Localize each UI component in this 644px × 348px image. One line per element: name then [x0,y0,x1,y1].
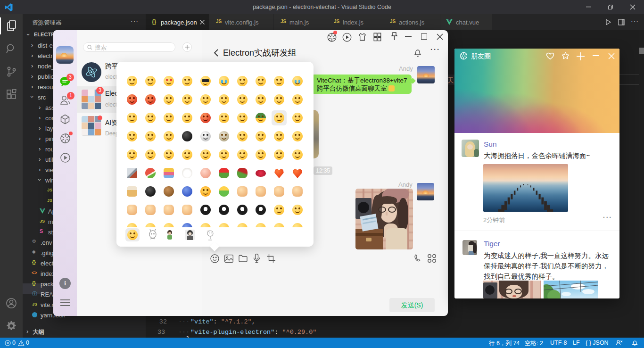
svg-text:odt: odt [207,230,210,232]
